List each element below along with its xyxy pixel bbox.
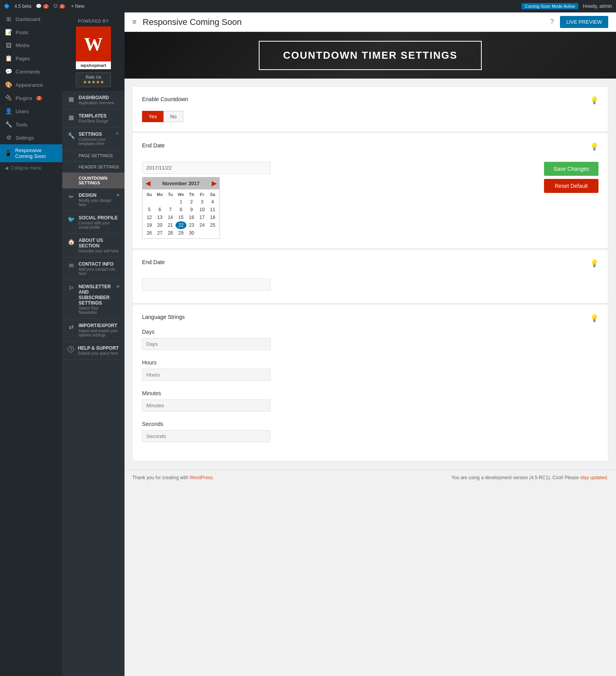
stay-updated-link[interactable]: stay updated: [580, 475, 607, 480]
nav-item-social[interactable]: 🐦 SOCIAL PROFILE Connect with your socia…: [62, 211, 125, 234]
calendar-day[interactable]: 11: [207, 206, 218, 214]
collapse-menu-button[interactable]: ◀ Collapse menu: [0, 162, 62, 174]
calendar-day[interactable]: 17: [197, 214, 207, 221]
plugin-logo-area: POWERED BY W wpshopmart Rate Us ★★★★★: [62, 12, 125, 91]
rate-us-button[interactable]: Rate Us ★★★★★: [76, 72, 111, 87]
end-date-section: End Date 💡 ◀ November 2017 ▶: [132, 133, 608, 249]
calendar-day[interactable]: 15: [175, 214, 186, 221]
comments-link[interactable]: 💬 2: [36, 4, 49, 9]
seconds-input[interactable]: [142, 430, 270, 442]
calendar-day[interactable]: 19: [144, 221, 154, 229]
days-label: Days: [142, 329, 598, 335]
nav-item-contact[interactable]: ✉ CONTACT INFO Add your contact info her…: [62, 257, 125, 280]
minutes-input[interactable]: [142, 399, 270, 412]
settings-arrow-icon: ▼: [115, 131, 119, 136]
no-button[interactable]: No: [163, 111, 183, 122]
calendar-day[interactable]: 21: [165, 221, 175, 229]
calendar-day[interactable]: 12: [144, 214, 154, 221]
calendar-header: ◀ November 2017 ▶: [142, 177, 219, 189]
hamburger-button[interactable]: ≡: [132, 18, 137, 26]
days-group: Days: [142, 329, 598, 350]
end-date-help-icon-2[interactable]: 💡: [590, 259, 598, 268]
menu-item-plugins[interactable]: 🔌 Plugins 2: [0, 91, 62, 105]
menu-item-users[interactable]: 👤 Users: [0, 105, 62, 118]
menu-item-comments[interactable]: 💬 Comments: [0, 65, 62, 78]
nav-item-newsletter[interactable]: 🏳 NEWSLETTER AND SUBSCRIBER SETTINGS Sel…: [62, 280, 125, 319]
live-preview-button[interactable]: LIVE PREVIEW: [560, 16, 608, 28]
sub-item-header-settings[interactable]: HEADER SETTINGS: [62, 161, 125, 173]
menu-item-posts[interactable]: 📝 Posts: [0, 26, 62, 39]
calendar-day[interactable]: 30: [186, 229, 197, 237]
posts-icon: 📝: [5, 29, 12, 36]
menu-item-media[interactable]: 🖼 Media: [0, 39, 62, 52]
calendar-day[interactable]: 29: [175, 229, 186, 237]
calendar-day[interactable]: 28: [165, 229, 175, 237]
menu-item-tools[interactable]: 🔧 Tools: [0, 118, 62, 131]
calendar-day[interactable]: 26: [144, 229, 154, 237]
calendar-day[interactable]: 9: [186, 206, 197, 214]
language-strings-inner: Language Strings 💡 Days Hours Minutes: [133, 305, 608, 461]
menu-item-responsive[interactable]: 📱 Responsive Coming Soon: [0, 144, 62, 162]
comment-count[interactable]: 🗨 0: [53, 4, 65, 9]
calendar-next-button[interactable]: ▶: [212, 180, 216, 187]
newsletter-nav-icon: 🏳: [68, 285, 75, 291]
calendar-day[interactable]: 8: [175, 206, 186, 214]
calendar-day[interactable]: 16: [186, 214, 197, 221]
plugins-icon: 🔌: [5, 95, 12, 102]
end-date-help-icon[interactable]: 💡: [590, 142, 598, 151]
site-name[interactable]: 4.5 beta: [14, 4, 31, 9]
calendar-day[interactable]: 1: [175, 198, 186, 206]
nav-item-import[interactable]: ⇄ IMPORT/EXPORT Import and export your o…: [62, 319, 125, 342]
sub-item-countdown-settings[interactable]: COUNTDOWN SETTINGS: [62, 173, 125, 189]
menu-item-settings[interactable]: ⚙ Settings: [0, 131, 62, 144]
calendar-day[interactable]: 5: [144, 206, 154, 214]
nav-item-settings[interactable]: 🔧 SETTINGS Customize your templates here…: [62, 128, 125, 150]
calendar-day[interactable]: 13: [154, 214, 165, 221]
save-changes-button[interactable]: Save Changes: [544, 162, 598, 176]
enable-countdown-row: Enable Countdown 💡: [142, 96, 598, 105]
calendar-day[interactable]: 6: [154, 206, 165, 214]
menu-item-pages[interactable]: 📋 Pages: [0, 52, 62, 65]
help-icon[interactable]: ?: [550, 18, 554, 26]
reset-default-button[interactable]: Reset Default: [544, 179, 598, 193]
admin-bar: 🔷 4.5 beta 💬 2 🗨 0 + New Coming Soon Mod…: [0, 0, 616, 12]
enable-countdown-help-icon[interactable]: 💡: [590, 96, 598, 105]
menu-item-dashboard[interactable]: ⊞ Dashboard: [0, 12, 62, 26]
calendar-day[interactable]: 18: [207, 214, 218, 221]
nav-item-help[interactable]: ? HELP & SUPPORT Submit your query here: [62, 342, 125, 360]
nav-item-design[interactable]: ✏ DESIGN Modify your design here ◀: [62, 189, 125, 211]
language-strings-help-icon[interactable]: 💡: [590, 314, 598, 322]
calendar-day[interactable]: 7: [165, 206, 175, 214]
calendar-prev-button[interactable]: ◀: [146, 180, 150, 187]
calendar-day[interactable]: 10: [197, 206, 207, 214]
yes-button[interactable]: Yes: [142, 111, 163, 122]
settings-icon: ⚙: [5, 134, 12, 141]
calendar-day[interactable]: 25: [207, 221, 218, 229]
calendar-day[interactable]: 14: [165, 214, 175, 221]
nav-item-dashboard[interactable]: ▦ DASHBOARD Application overview: [62, 91, 125, 109]
design-arrow-icon: ◀: [116, 193, 119, 197]
wordpress-link[interactable]: WordPress: [190, 475, 212, 480]
calendar-day[interactable]: 4: [207, 198, 218, 206]
new-post-link[interactable]: + New: [71, 4, 84, 9]
nav-item-templates[interactable]: ▦ TEMPLATES Find Best Design: [62, 109, 125, 128]
calendar-week-1: 1 2 3 4: [144, 198, 218, 206]
tools-icon: 🔧: [5, 121, 12, 128]
calendar-day[interactable]: 3: [197, 198, 207, 206]
nav-item-about[interactable]: 🏠 ABOUT US SECTION Describe your self he…: [62, 234, 125, 257]
calendar-day[interactable]: 2: [186, 198, 197, 206]
sub-item-page-settings[interactable]: PAGE SETTINGS: [62, 150, 125, 161]
calendar-day[interactable]: 20: [154, 221, 165, 229]
days-input[interactable]: [142, 338, 270, 350]
calendar-day[interactable]: 27: [154, 229, 165, 237]
date-input-2[interactable]: [142, 278, 270, 291]
hours-input[interactable]: [142, 369, 270, 381]
date-input[interactable]: [142, 162, 270, 174]
wp-logo[interactable]: 🔷: [4, 4, 10, 9]
import-nav-icon: ⇄: [68, 324, 75, 331]
menu-item-appearance[interactable]: 🎨 Appearance: [0, 78, 62, 91]
calendar-day[interactable]: 24: [197, 221, 207, 229]
calendar-day-today[interactable]: 22: [175, 221, 186, 229]
end-date-inner: End Date 💡 ◀ November 2017 ▶: [133, 133, 608, 248]
calendar-day[interactable]: 23: [186, 221, 197, 229]
